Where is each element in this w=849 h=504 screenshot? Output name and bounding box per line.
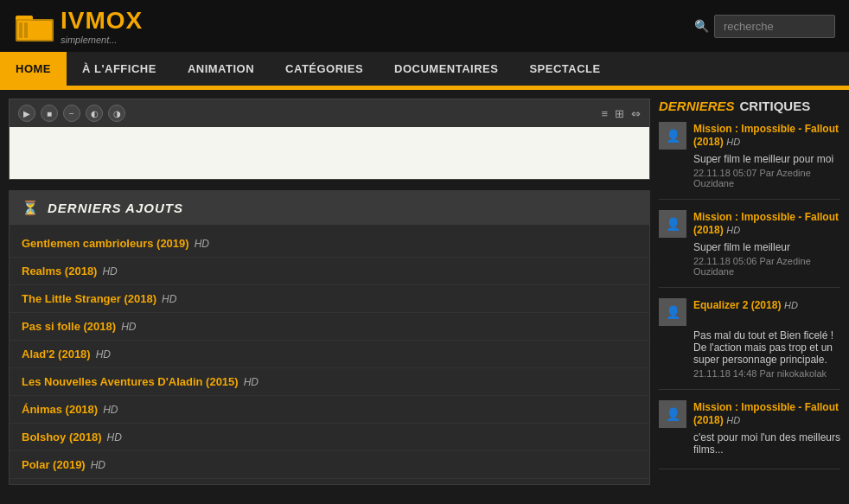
- svg-rect-5: [24, 22, 28, 38]
- critique-meta: 21.11.18 14:48 Par nikokakolak: [693, 368, 840, 379]
- critique-top: 👤 Mission : Impossible - Fallout (2018) …: [659, 122, 840, 150]
- avatar: 👤: [659, 210, 686, 238]
- critique-title-area: Equalizer 2 (2018) HD: [693, 298, 798, 311]
- critique-item: 👤 Equalizer 2 (2018) HD Pas mal du tout …: [659, 298, 840, 390]
- search-input[interactable]: [714, 15, 835, 38]
- derniers-list: Gentlemen cambrioleurs (2019)HDRealms (2…: [10, 225, 649, 484]
- avatar: 👤: [659, 400, 686, 428]
- critique-item: 👤 Mission : Impossible - Fallout (2018) …: [659, 400, 840, 469]
- critique-item: 👤 Mission : Impossible - Fallout (2018) …: [659, 122, 840, 200]
- list-icon[interactable]: ≡: [601, 107, 608, 120]
- list-item[interactable]: The Little Stranger (2018)HD: [10, 285, 649, 313]
- nav-categories[interactable]: CATÉGORIES: [270, 52, 379, 86]
- list-item-hd: HD: [102, 265, 117, 278]
- critique-title-area: Mission : Impossible - Fallout (2018) HD: [693, 122, 840, 148]
- critique-title[interactable]: Mission : Impossible - Fallout (2018): [693, 401, 839, 426]
- play-button[interactable]: ▶: [18, 105, 35, 122]
- critiques-label: CRITIQUES: [740, 99, 811, 113]
- list-item-hd: HD: [96, 348, 111, 360]
- expand-icon[interactable]: ⇔: [631, 107, 641, 120]
- list-item-hd: HD: [244, 376, 259, 388]
- logo-main-text: IVMOX: [61, 7, 143, 35]
- critique-hd: HD: [726, 415, 740, 425]
- logo-text: IVMOX simplement...: [61, 7, 143, 45]
- avatar: 👤: [659, 122, 686, 150]
- nav-spectacle[interactable]: SPECTACLE: [514, 52, 616, 86]
- nav-animation[interactable]: ANIMATION: [172, 52, 270, 86]
- settings-button[interactable]: ◑: [108, 105, 125, 122]
- search-area: 🔍: [694, 15, 835, 38]
- video-player: ▶ ■ − ◐ ◑ ≡ ⊞ ⇔: [9, 99, 650, 180]
- list-item-hd: HD: [106, 431, 121, 443]
- nav-affiche[interactable]: À L'AFFICHE: [67, 52, 172, 86]
- list-item[interactable]: Ánimas (2018)HD: [10, 396, 649, 424]
- list-item-title: Ánimas (2018): [22, 403, 98, 416]
- grid-icon[interactable]: ⊞: [615, 107, 624, 120]
- logo-icon: [14, 9, 57, 43]
- critique-title[interactable]: Mission : Impossible - Fallout (2018): [693, 123, 839, 148]
- nav-home[interactable]: HOME: [0, 52, 67, 86]
- list-item-title: Bolshoy (2018): [22, 431, 101, 443]
- sidebar: DERNIERES CRITIQUES 👤 Mission : Impossib…: [659, 99, 840, 485]
- list-item[interactable]: Polar (2019)HD: [10, 451, 649, 479]
- list-item-hd: HD: [91, 459, 105, 471]
- logo: IVMOX simplement...: [14, 7, 143, 45]
- logo-sub-text: simplement...: [61, 35, 143, 45]
- critique-top: 👤 Mission : Impossible - Fallout (2018) …: [659, 210, 840, 238]
- critique-meta: 22.11.18 05:06 Par Azedine Ouzidane: [693, 256, 840, 277]
- critique-item: 👤 Mission : Impossible - Fallout (2018) …: [659, 210, 840, 288]
- critique-top: 👤 Mission : Impossible - Fallout (2018) …: [659, 400, 840, 428]
- list-item-hd: HD: [121, 321, 136, 333]
- list-item-title: Gentlemen cambrioleurs (2019): [22, 237, 189, 250]
- dernieres-label: DERNIERES: [659, 99, 735, 113]
- derniers-header: ⏳ DERNIERS AJOUTS: [10, 191, 649, 225]
- list-item-hd: HD: [195, 238, 209, 250]
- rewind-button[interactable]: −: [63, 105, 80, 122]
- main-content: ▶ ■ − ◐ ◑ ≡ ⊞ ⇔ ⏳ DERNIERS AJOUTS: [0, 90, 849, 494]
- site-header: IVMOX simplement... 🔍: [0, 0, 849, 52]
- list-item[interactable]: Gentlemen cambrioleurs (2019)HD: [10, 230, 649, 258]
- nav-documentaires[interactable]: DOCUMENTAIRES: [379, 52, 514, 86]
- content-area: ▶ ■ − ◐ ◑ ≡ ⊞ ⇔ ⏳ DERNIERS AJOUTS: [9, 99, 650, 485]
- list-item[interactable]: Pas si folle (2018)HD: [10, 313, 649, 341]
- stop-button[interactable]: ■: [41, 105, 58, 122]
- player-controls-left: ▶ ■ − ◐ ◑: [18, 105, 125, 122]
- sidebar-header: DERNIERES CRITIQUES: [659, 99, 840, 113]
- list-item-title: Pas si folle (2018): [22, 320, 116, 333]
- list-item-title: Polar (2019): [22, 458, 86, 471]
- main-nav: HOME À L'AFFICHE ANIMATION CATÉGORIES DO…: [0, 52, 849, 87]
- list-item-title: Realms (2018): [22, 265, 97, 278]
- critique-title-area: Mission : Impossible - Fallout (2018) HD: [693, 210, 840, 236]
- player-controls-right: ≡ ⊞ ⇔: [601, 107, 641, 120]
- list-item[interactable]: Alad'2 (2018)HD: [10, 341, 649, 368]
- critique-text: Super film le meilleur pour moi: [693, 153, 840, 165]
- critique-text: c'est pour moi l'un des meilleurs films.…: [693, 431, 840, 456]
- critique-title-area: Mission : Impossible - Fallout (2018) HD: [693, 400, 840, 426]
- derniers-title: DERNIERS AJOUTS: [48, 201, 183, 215]
- list-item-hd: HD: [162, 293, 176, 305]
- list-item[interactable]: Bolshoy (2018)HD: [10, 424, 649, 451]
- avatar: 👤: [659, 298, 686, 326]
- list-item-hd: HD: [103, 404, 118, 416]
- list-item[interactable]: Les Nouvelles Aventures D'Aladin (2015)H…: [10, 368, 649, 396]
- volume-button[interactable]: ◐: [86, 105, 103, 122]
- search-icon: 🔍: [694, 19, 709, 33]
- svg-rect-4: [19, 22, 22, 38]
- player-screen: [10, 127, 649, 179]
- critique-title[interactable]: Equalizer 2 (2018): [693, 299, 781, 311]
- hourglass-icon: ⏳: [22, 200, 39, 216]
- list-item-title: Alad'2 (2018): [22, 348, 91, 360]
- list-item-title: Les Nouvelles Aventures D'Aladin (2015): [22, 375, 239, 388]
- critique-hd: HD: [726, 137, 740, 147]
- derniers-ajouts-section: ⏳ DERNIERS AJOUTS Gentlemen cambrioleurs…: [9, 190, 650, 485]
- player-controls: ▶ ■ − ◐ ◑ ≡ ⊞ ⇔: [10, 99, 649, 127]
- list-item[interactable]: Realms (2018)HD: [10, 258, 649, 285]
- critiques-list: 👤 Mission : Impossible - Fallout (2018) …: [659, 122, 840, 469]
- critique-hd: HD: [784, 300, 798, 310]
- critique-hd: HD: [726, 225, 740, 235]
- critique-text: Super film le meilleur: [693, 241, 840, 253]
- list-item-title: The Little Stranger (2018): [22, 292, 156, 305]
- critique-title[interactable]: Mission : Impossible - Fallout (2018): [693, 211, 839, 236]
- critique-meta: 22.11.18 05:07 Par Azedine Ouzidane: [693, 168, 840, 188]
- critique-top: 👤 Equalizer 2 (2018) HD: [659, 298, 840, 326]
